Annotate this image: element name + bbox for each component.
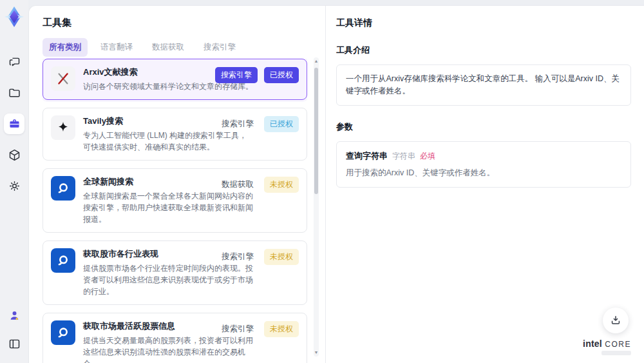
- panel-toggle-icon[interactable]: [4, 333, 24, 354]
- auth-badge: 未授权: [264, 177, 299, 193]
- tool-card[interactable]: Tavily搜索 专为人工智能代理 (LLM) 构建的搜索引擎工具，可快速提供实…: [43, 108, 307, 161]
- sidebar: [0, 0, 28, 363]
- tool-icon: [51, 115, 75, 140]
- tool-detail-panel: 工具详情 工具介绍 一个用于从Arxiv存储库搜索科学论文和文章的工具。 输入可…: [325, 6, 644, 363]
- tool-card[interactable]: 获取市场最活跃股票信息 提供当天交易量最高的股票列表，投资者可以利用这些信息来识…: [43, 313, 307, 363]
- category-tab[interactable]: 数据获取: [146, 38, 191, 57]
- auth-badge: 已授权: [264, 116, 299, 132]
- page-title: 工具集: [43, 17, 71, 29]
- app-logo[interactable]: [3, 5, 26, 28]
- parameter-card: 查询字符串 字符串 必填 用于搜索的Arxiv ID、关键字或作者姓名。: [336, 141, 631, 188]
- tool-card[interactable]: 获取股市各行业表现 提供股票市场各个行业在特定时间段内的表现。投资者可以利用这些…: [43, 240, 307, 305]
- params-section-title: 参数: [336, 121, 631, 133]
- auth-badge: 未授权: [264, 249, 299, 265]
- intro-section-title: 工具介绍: [336, 44, 631, 56]
- category-badge: 搜索引擎: [220, 249, 255, 265]
- intel-logo-subtext: [601, 351, 631, 355]
- core-brand-word: core: [605, 340, 631, 349]
- auth-badge: 未授权: [264, 321, 299, 337]
- gear-icon[interactable]: [4, 175, 24, 196]
- category-tab[interactable]: 语言翻译: [94, 38, 139, 57]
- tool-card[interactable]: Arxiv文献搜索 访问各个研究领域大量科学论文和文章的存储库。 搜索引擎 已授…: [43, 59, 307, 100]
- download-button[interactable]: [603, 308, 629, 333]
- auth-badge: 已授权: [264, 67, 299, 83]
- tool-description: 专为人工智能代理 (LLM) 构建的搜索引擎工具，可快速提供实时、准确和真实的结…: [83, 130, 253, 153]
- category-badge: 数据获取: [220, 177, 255, 193]
- param-description: 用于搜索的Arxiv ID、关键字或作者姓名。: [346, 168, 621, 179]
- tool-icon: [51, 248, 75, 273]
- scrollbar-thumb[interactable]: [314, 68, 318, 194]
- category-badge: 搜索引擎: [220, 321, 255, 337]
- category-badge: 搜索引擎: [215, 67, 258, 83]
- tool-description: 提供股票市场各个行业在特定时间段内的表现。投资者可以利用这些信息来识别表现优于或…: [83, 262, 253, 297]
- tool-intro-text: 一个用于从Arxiv存储库搜索科学论文和文章的工具。 输入可以是Arxiv ID…: [336, 64, 631, 106]
- category-tab[interactable]: 搜索引擎: [197, 38, 242, 57]
- tool-description: 提供当天交易量最高的股票列表，投资者可以利用这些信息来识别流动性强的股票和潜在的…: [83, 335, 253, 363]
- main-panel: 工具集 所有类别语言翻译数据获取搜索引擎 Arxiv文献搜索 访问各个研究领域大…: [28, 5, 644, 363]
- category-tab[interactable]: 所有类别: [43, 38, 88, 57]
- category-badge: 搜索引擎: [220, 116, 255, 132]
- scroll-down-icon[interactable]: ▼: [314, 349, 319, 356]
- tool-icon: [51, 176, 75, 201]
- user-icon[interactable]: [4, 305, 24, 326]
- intel-core-logo: intel core: [583, 338, 631, 355]
- intel-brand-word: intel: [583, 338, 602, 349]
- category-tabs: 所有类别语言翻译数据获取搜索引擎: [43, 38, 242, 57]
- tool-description: 全球新闻搜索是一个聚合全球各大新闻网站内容的搜索引擎，帮助用户快速获取全球最新资…: [83, 190, 253, 225]
- scroll-up-icon[interactable]: ▲: [314, 58, 319, 64]
- tool-list: Arxiv文献搜索 访问各个研究领域大量科学论文和文章的存储库。 搜索引擎 已授…: [43, 59, 307, 363]
- cube-icon[interactable]: [4, 144, 24, 165]
- folder-icon[interactable]: [4, 83, 24, 103]
- chat-icon[interactable]: [4, 52, 24, 72]
- tool-icon: [51, 320, 75, 345]
- param-required-flag: 必填: [420, 151, 435, 162]
- tool-card[interactable]: 全球新闻搜索 全球新闻搜索是一个聚合全球各大新闻网站内容的搜索引擎，帮助用户快速…: [43, 168, 307, 233]
- param-name: 查询字符串: [346, 150, 388, 162]
- scrollbar[interactable]: ▲ ▼: [314, 57, 319, 357]
- tool-icon: [51, 66, 75, 91]
- detail-title: 工具详情: [336, 17, 631, 29]
- briefcase-icon[interactable]: [4, 113, 24, 134]
- param-type: 字符串: [392, 151, 415, 162]
- tool-list-panel: 工具集 所有类别语言翻译数据获取搜索引擎 Arxiv文献搜索 访问各个研究领域大…: [29, 6, 325, 363]
